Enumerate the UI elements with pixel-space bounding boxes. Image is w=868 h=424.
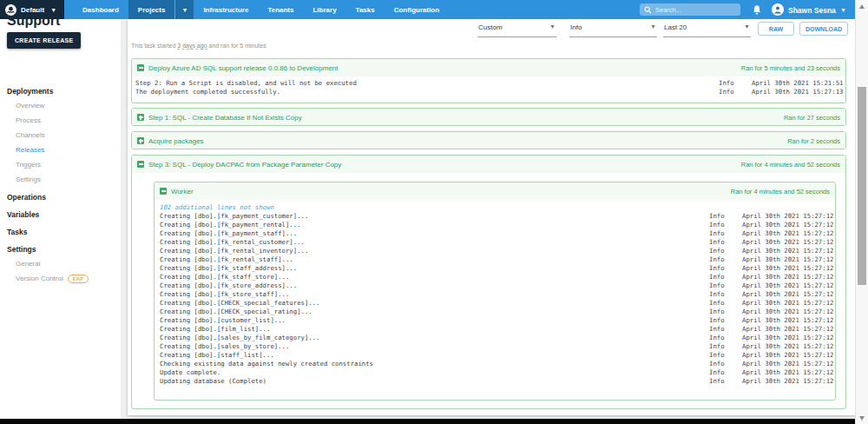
search-input[interactable] (655, 6, 733, 14)
sidebar-section-tasks[interactable]: Tasks (0, 224, 122, 239)
nav-item-tasks[interactable]: Tasks (346, 0, 385, 19)
log-line-timestamp: April 30th 2021 15:27:12 (742, 377, 832, 385)
log-line-level: Info (709, 334, 742, 341)
log-section-header[interactable]: Step 1: SQL - Create Database If Not Exi… (132, 109, 845, 126)
task-summary: This task started 3 days ago and ran for… (131, 43, 266, 49)
create-release-button[interactable]: CREATE RELEASE (7, 32, 81, 49)
log-section-step3: Step 3: SQL - Deploy DACPAC from Package… (131, 155, 846, 409)
log-section-acquire-packages: Acquire packages Ran for 2 seconds (131, 131, 846, 149)
nav-item-infrastructure[interactable]: Infrastructure (194, 0, 258, 19)
log-line-level: Info (709, 368, 742, 376)
log-section-header[interactable]: Deploy Azure AD SQL support release 0.0.… (132, 59, 845, 76)
nav-item-library[interactable]: Library (303, 0, 345, 19)
log-line-level: Info (709, 221, 742, 229)
log-line: Creating [dbo].[staff_list]...InfoApril … (160, 351, 832, 360)
global-search[interactable] (640, 3, 740, 16)
task-started-link[interactable]: 3 days ago (177, 43, 207, 50)
log-line: Creating [dbo].[sales_by_film_category].… (160, 334, 832, 342)
log-line-text: Creating [dbo].[staff_list]... (160, 351, 709, 359)
log-section-header[interactable]: Acquire packages Ran for 2 seconds (132, 132, 845, 149)
nav-item-dashboard[interactable]: Dashboard (73, 0, 128, 19)
scroll-down-icon[interactable] (859, 416, 865, 421)
sidebar-item-label: Process (16, 116, 41, 124)
user-menu-caret-icon[interactable]: ▼ (840, 7, 846, 13)
sidebar-item-label: Releases (16, 146, 44, 154)
space-switcher[interactable]: Default ▼ (0, 0, 64, 19)
sidebar-item-version-control[interactable]: Version ControlEAP (0, 271, 122, 286)
log-section-duration: Ran for 4 minutes and 52 seconds (741, 161, 840, 169)
sidebar-item-overview[interactable]: Overview (0, 98, 122, 113)
sidebar-item-label: Channels (16, 131, 45, 139)
notifications-bell-icon[interactable] (752, 3, 762, 19)
log-line-level: Info (709, 264, 742, 272)
log-line: Creating [dbo].[fk_store_staff]...InfoAp… (160, 290, 832, 299)
sidebar-item-releases[interactable]: Releases (0, 142, 122, 157)
sidebar-section-variables[interactable]: Variables (0, 207, 122, 222)
log-section-duration: Ran for 2 seconds (787, 137, 840, 145)
log-line: Creating [dbo].[fk_rental_customer]...In… (160, 238, 832, 247)
log-line-timestamp: April 30th 2021 15:27:12 (742, 316, 832, 324)
sidebar-item-settings[interactable]: Settings (0, 172, 122, 187)
log-line: Updating database (Complete)InfoApril 30… (160, 377, 832, 386)
log-line-timestamp: April 30th 2021 15:27:12 (742, 229, 832, 237)
log-line-level: Info (709, 229, 742, 237)
log-line-timestamp: April 30th 2021 15:27:12 (742, 351, 832, 359)
nav-item-configuration[interactable]: Configuration (385, 0, 449, 19)
download-button[interactable]: DOWNLOAD (799, 22, 848, 36)
sidebar-item-channels[interactable]: Channels (0, 128, 122, 142)
log-line-text: Creating [dbo].[customer_list]... (160, 316, 709, 324)
user-avatar[interactable] (772, 3, 784, 16)
log-section-title: Deploy Azure AD SQL support release 0.0.… (148, 64, 737, 72)
log-line-text: Step 2: Run a Script is disabled, and wi… (135, 79, 719, 87)
log-line-text: Creating [dbo].[fk_store_address]... (160, 282, 709, 289)
sidebar-section-deployments[interactable]: Deployments (0, 83, 122, 98)
user-name[interactable]: Shawn Sesna (788, 6, 836, 15)
page-scrollbar[interactable] (855, 0, 868, 424)
log-level-value: Info (570, 23, 582, 31)
log-tail-select[interactable]: Last 20 ▼ (663, 20, 751, 37)
log-line: Creating [dbo].[film_list]...InfoApril 3… (160, 325, 832, 334)
collapse-icon[interactable] (137, 161, 144, 168)
nav-item-projects[interactable]: Projects (128, 0, 175, 19)
log-line: Creating [dbo].[fk_staff_address]...Info… (160, 264, 832, 273)
log-section-duration: Ran for 4 minutes and 52 seconds (731, 188, 830, 195)
log-line-text: The deployment completed successfully. (135, 88, 719, 96)
sidebar-item-process[interactable]: Process (0, 113, 122, 128)
scroll-up-icon[interactable] (859, 4, 865, 9)
expand-icon[interactable] (137, 137, 144, 144)
task-summary-prefix: This task started (131, 43, 177, 49)
log-line: Creating [dbo].[customer_list]...InfoApr… (160, 316, 832, 325)
projects-dropdown-caret-icon[interactable]: ▼ (174, 0, 194, 19)
space-name: Default (21, 6, 44, 14)
task-log-card: Custom ▼ Info ▼ Last 20 ▼ RAW DOWNLOAD T… (128, 19, 855, 415)
chevron-down-icon: ▼ (650, 23, 656, 30)
scrollbar-thumb[interactable] (858, 87, 866, 285)
sidebar-item-general[interactable]: General (0, 256, 122, 271)
sidebar-section-settings[interactable]: Settings (0, 242, 122, 256)
log-line-text: Creating [dbo].[CHECK_special_features].… (160, 299, 709, 307)
log-line-timestamp: April 30th 2021 15:27:12 (742, 334, 832, 341)
expand-icon[interactable] (137, 114, 144, 121)
log-section-title: Worker (171, 188, 727, 195)
log-line-text: Creating [dbo].[fk_store_staff]... (160, 290, 709, 298)
window-bottom-edge (0, 419, 855, 424)
sidebar-item-label: General (16, 260, 40, 268)
collapse-icon[interactable] (160, 188, 167, 195)
log-line-level: Info (709, 290, 742, 298)
log-display-select[interactable]: Custom ▼ (477, 20, 556, 37)
log-level-select[interactable]: Info ▼ (569, 20, 657, 37)
log-line-timestamp: April 30th 2021 15:27:12 (742, 282, 832, 289)
log-line-timestamp: April 30th 2021 15:27:12 (742, 264, 832, 272)
collapse-icon[interactable] (137, 64, 144, 71)
log-section-header[interactable]: Step 3: SQL - Deploy DACPAC from Package… (132, 156, 845, 173)
log-line-timestamp: April 30th 2021 15:27:12 (742, 368, 832, 376)
raw-button[interactable]: RAW (758, 22, 794, 36)
log-line: Creating [dbo].[fk_rental_inventory]...I… (160, 247, 832, 255)
sidebar-item-triggers[interactable]: Triggers (0, 157, 122, 172)
sidebar-section-operations[interactable]: Operations (0, 189, 122, 204)
log-line: Creating [dbo].[sales_by_store]...InfoAp… (160, 342, 832, 351)
truncated-lines-notice[interactable]: 102 additional lines not shown (160, 203, 832, 212)
search-icon (644, 6, 652, 14)
nav-item-tenants[interactable]: Tenants (258, 0, 303, 19)
log-section-header[interactable]: Worker Ran for 4 minutes and 52 seconds (155, 182, 835, 200)
